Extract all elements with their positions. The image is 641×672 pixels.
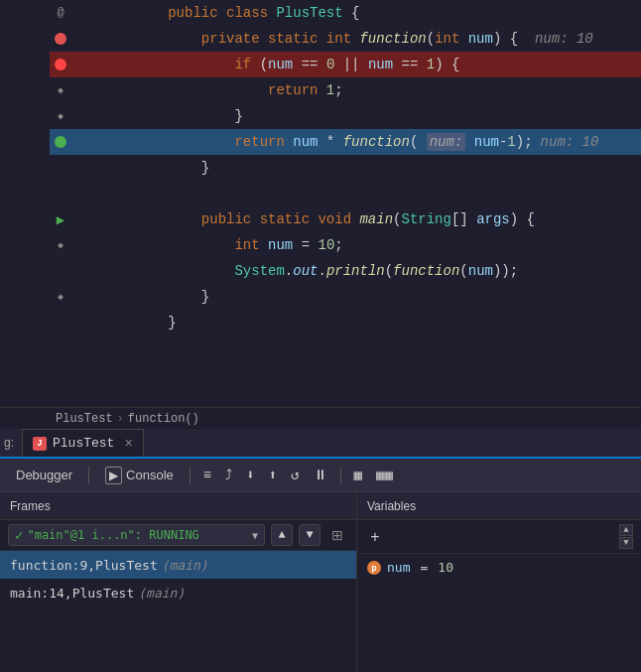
breakpoint-green-icon[interactable] [55,136,66,148]
frame-down-button[interactable]: ▼ [299,524,320,546]
breadcrumb-method: function() [128,412,199,426]
gutter-2 [50,33,71,45]
variables-panel-header: Variables [357,492,641,520]
step-into-icon[interactable]: ⬇ [241,464,259,486]
step-out-icon[interactable]: ⬆ [264,464,282,486]
toolbar-separator-2 [190,467,191,484]
toolbar: Debugger ▶ Console ≡ ⤴ ⬇ ⬆ ↺ ⏸ ▦ ▦▦ [0,459,641,492]
gutter-3 [50,59,71,70]
scroll-up-button[interactable]: ▲ [619,524,633,536]
variables-toolbar: + ▲ ▼ [357,520,641,554]
frames-icon[interactable]: ≡ [198,465,216,486]
gutter-1: @ [50,6,71,20]
breakpoint-red-active-icon[interactable] [55,59,66,70]
add-variable-button[interactable]: + [365,527,385,547]
tab-label: PlusTest [53,436,114,451]
debug-label: g: [4,436,22,450]
gutter-9: ▶ [50,211,71,228]
arrow-right-icon: ▶ [57,211,64,228]
frames-panel-header: Frames [0,492,356,520]
code-line-7: } [50,155,641,181]
evaluate-icon[interactable]: ⏸ [309,465,332,486]
var-name: num [387,560,410,575]
var-equals: = [420,560,428,575]
diamond-icon-2: ◆ [58,110,64,122]
breadcrumb-class: PlusTest [56,412,113,426]
frame-list: function:9, PlusTest (main) main:14, Plu… [0,551,356,672]
toolbar-separator-3 [340,467,341,484]
frames-dropdown[interactable]: ✓ "main"@1 i...n": RUNNING ▼ [8,524,265,546]
gutter-12: ◆ [50,291,71,303]
filter-button[interactable]: ⊞ [326,524,348,546]
frames-panel: Frames ✓ "main"@1 i...n": RUNNING ▼ ▲ ▼ … [0,492,357,672]
gutter-4: ◆ [50,84,71,96]
variables-panel: Variables + ▲ ▼ p num = 10 [357,492,641,672]
toolbar-separator [88,467,89,484]
diamond-icon: ◆ [58,84,64,96]
scroll-down-button[interactable]: ▼ [619,537,633,549]
console-icon: ▶ [105,467,122,484]
variable-list: p num = 10 [357,554,641,672]
plustest-tab[interactable]: J PlusTest × [22,429,144,457]
frame-item-1[interactable]: main:14, PlusTest (main) [0,579,356,606]
at-icon: @ [57,6,64,20]
tab-icon: J [33,437,47,451]
tab-close-button[interactable]: × [124,436,132,452]
line-text-13: } [99,299,177,346]
diamond-icon-3: ◆ [58,239,64,251]
editor-area: @ public class PlusTest { private static… [0,0,641,407]
layout-icon[interactable]: ▦ [349,464,367,486]
dropdown-arrow-icon: ▼ [252,530,258,541]
frame-up-button[interactable]: ▲ [271,524,293,546]
gutter-6 [50,136,71,148]
console-button[interactable]: ▶ Console [97,464,182,487]
scroll-buttons: ▲ ▼ [619,524,633,549]
gutter-5: ◆ [50,110,71,122]
breakpoint-red-icon[interactable] [55,33,66,45]
step-over-icon[interactable]: ⤴ [220,465,237,486]
breadcrumb: PlusTest › function() [0,407,641,429]
gutter-10: ◆ [50,239,71,251]
var-type-icon: p [367,561,381,575]
run-to-cursor-icon[interactable]: ↺ [286,464,304,486]
code-line-13: } [50,310,641,336]
tab-bar: g: J PlusTest × [0,429,641,459]
check-icon: ✓ [15,527,23,543]
settings-icon[interactable]: ▦▦ [371,464,398,486]
code-content: @ public class PlusTest { private static… [50,0,641,407]
debug-panels: Frames ✓ "main"@1 i...n": RUNNING ▼ ▲ ▼ … [0,492,641,672]
frame-item-0[interactable]: function:9, PlusTest (main) [0,551,356,579]
var-value: 10 [438,560,453,575]
breadcrumb-sep: › [117,412,124,426]
debugger-button[interactable]: Debugger [8,465,80,485]
dropdown-text: "main"@1 i...n": RUNNING [27,528,198,542]
frames-toolbar: ✓ "main"@1 i...n": RUNNING ▼ ▲ ▼ ⊞ [0,520,356,551]
variable-entry-num: p num = 10 [367,560,631,575]
diamond-icon-4: ◆ [58,291,64,303]
